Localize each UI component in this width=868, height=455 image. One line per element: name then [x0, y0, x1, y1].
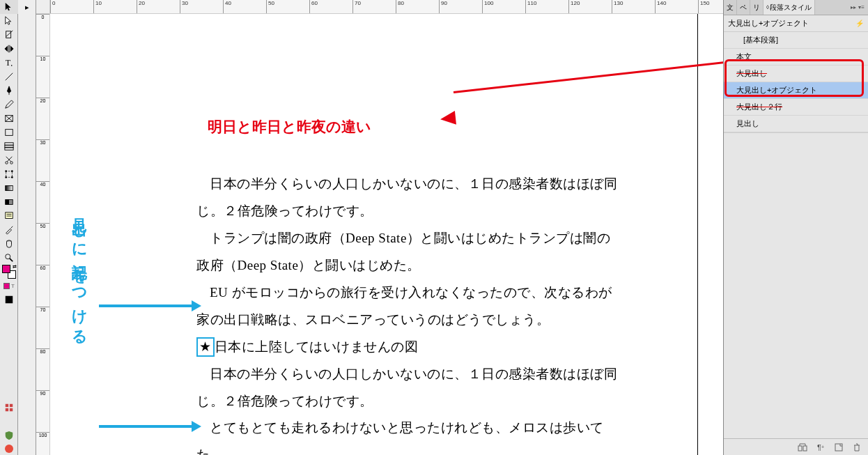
svg-rect-25: [6, 404, 8, 407]
svg-rect-8: [5, 143, 13, 146]
paragraph-style-item[interactable]: 大見出し２行: [724, 99, 868, 116]
panel-current-style-indicator: 大見出し+オブジェクト ⚡: [724, 15, 868, 32]
fill-stroke-toggle[interactable]: ⇄: [0, 265, 18, 279]
svg-rect-13: [6, 171, 13, 178]
body-paragraph[interactable]: EU がモロッコからの旅行を受け入れなくなったので、次なるわが家の出口戦略は、ス…: [196, 279, 621, 334]
ruler-h-tick: 50: [266, 0, 274, 13]
svg-rect-10: [5, 148, 13, 151]
svg-point-11: [6, 162, 8, 164]
ruler-h-tick: 150: [698, 0, 709, 13]
annotation-blue-vertical-text: 見出しに記号をつける: [69, 206, 90, 339]
ruler-horizontal[interactable]: 0102030405060708090100110120130140150: [36, 0, 723, 14]
type-tool[interactable]: T▸: [0, 56, 18, 70]
scissors-tool[interactable]: [0, 153, 18, 167]
ruler-h-tick: 90: [439, 0, 447, 13]
toolbox-main: T▸ ⇄ T: [0, 0, 18, 455]
grid-icon[interactable]: [0, 401, 18, 415]
free-transform-tool[interactable]: [0, 167, 18, 181]
ruler-h-tick: 110: [525, 0, 536, 13]
ruler-h-tick: 70: [352, 0, 361, 13]
ruler-h-tick: 20: [137, 0, 145, 13]
line-tool[interactable]: [0, 70, 18, 84]
gap-tool[interactable]: [0, 42, 18, 56]
page-viewport[interactable]: 見出しに記号をつける 明日と昨日と昨夜の違い 日本の半分くらいの人口しかいないの…: [50, 14, 723, 455]
ruler-origin[interactable]: [36, 0, 50, 14]
star-heading[interactable]: ★日本に上陸してはいけませんの図: [196, 334, 621, 361]
star-marker-box: ★: [196, 337, 215, 357]
pen-tool[interactable]: [0, 84, 18, 98]
ruler-v-tick: 40: [36, 181, 49, 187]
panel-menu-icon[interactable]: ▾≡: [858, 4, 865, 10]
panel-tab-pages[interactable]: ペ: [737, 0, 750, 15]
selection-tool[interactable]: [0, 0, 18, 14]
rectangle-tool[interactable]: [0, 125, 18, 139]
body-paragraph[interactable]: 日本の半分くらいの人口しかいないのに、１日の感染者数はほぼ同じ。２倍危険ってわけ…: [196, 171, 621, 225]
ruler-vertical[interactable]: 0102030405060708090100110: [36, 14, 50, 455]
svg-point-17: [11, 176, 13, 178]
ruler-h-tick: 140: [655, 0, 666, 13]
ruler-v-tick: 20: [36, 98, 49, 103]
paragraph-style-item[interactable]: [基本段落]: [724, 32, 868, 49]
ruler-v-tick: 100: [36, 432, 49, 438]
svg-rect-7: [6, 130, 13, 136]
direct-selection-tool[interactable]: [0, 14, 18, 28]
quick-apply-icon[interactable]: ⚡: [855, 20, 864, 27]
ruler-v-tick: 90: [36, 390, 49, 396]
aux-arrow-1[interactable]: ▸: [18, 0, 36, 14]
status-indicator[interactable]: [0, 442, 18, 455]
paragraph-style-item[interactable]: 見出し: [724, 116, 868, 132]
view-mode-normal[interactable]: [0, 293, 18, 307]
svg-text:T: T: [6, 58, 11, 68]
svg-rect-24: [6, 296, 13, 304]
document-heading[interactable]: 明日と昨日と昨夜の違い: [208, 111, 621, 141]
ruler-v-tick: 0: [36, 14, 49, 20]
panel-collapse-left[interactable]: ▸▸: [850, 4, 857, 10]
panel-tab-bar: 文 ペ リ ◊段落スタイル ▸▸ ▾≡: [724, 0, 868, 15]
delete-style-icon[interactable]: [851, 442, 862, 453]
paragraph-style-item[interactable]: 大見出し+オブジェクト: [724, 82, 868, 99]
ruler-v-tick: 50: [36, 223, 49, 229]
svg-line-3: [6, 73, 13, 81]
panel-tab-paragraph-styles[interactable]: ◊段落スタイル: [764, 0, 815, 15]
svg-rect-28: [10, 408, 13, 411]
new-style-icon[interactable]: [833, 442, 844, 453]
canvas-area: 0102030405060708090100110120130140150 01…: [36, 0, 723, 455]
panel-tab-text[interactable]: 文: [724, 0, 737, 15]
rectangle-frame-tool[interactable]: [0, 111, 18, 125]
annotation-blue-arrow-1: [99, 304, 193, 307]
ruler-h-tick: 40: [223, 0, 231, 13]
ruler-h-tick: 80: [396, 0, 404, 13]
ruler-v-tick: 70: [36, 307, 49, 312]
current-style-label: 大見出し+オブジェクト: [728, 18, 809, 29]
ruler-h-tick: 10: [93, 0, 102, 13]
fill-mode-row[interactable]: T: [0, 279, 18, 293]
svg-rect-20: [6, 200, 9, 205]
document-text-frame[interactable]: 明日と昨日と昨夜の違い 日本の半分くらいの人口しかいないのに、１日の感染者数はほ…: [196, 111, 621, 455]
panel-empty-area: [724, 132, 868, 438]
gradient-swatch-tool[interactable]: [0, 181, 18, 195]
gradient-feather-tool[interactable]: [0, 195, 18, 209]
star-heading-text: 日本に上陸してはいけませんの図: [215, 339, 419, 354]
note-tool[interactable]: [0, 209, 18, 223]
panel-tab-links[interactable]: リ: [750, 0, 764, 15]
toolbox-aux: ▸: [18, 0, 36, 455]
paragraph-style-item[interactable]: 大見出し: [724, 65, 868, 82]
body-paragraph[interactable]: とてもとても走れるわけないと思ったけれども、メロスは歩いてた。: [196, 415, 621, 455]
body-paragraph[interactable]: トランプは闇の政府（Deep State）と闘いはじめたトランプは闇の政府（De…: [196, 225, 621, 279]
table-cell-tool[interactable]: [0, 139, 18, 153]
paragraph-style-item[interactable]: 本文: [724, 49, 868, 65]
zoom-tool[interactable]: [0, 251, 18, 265]
svg-text:▸: ▸: [11, 63, 13, 67]
group-styles-icon[interactable]: [797, 442, 808, 453]
shield-icon[interactable]: [0, 429, 18, 442]
eyedropper-tool[interactable]: [0, 223, 18, 237]
page-tool[interactable]: [0, 28, 18, 42]
clear-override-icon[interactable]: ¶+: [815, 442, 826, 453]
body-paragraph[interactable]: 日本の半分くらいの人口しかいないのに、１日の感染者数はほぼ同じ。２倍危険ってわけ…: [196, 361, 621, 415]
ruler-v-tick: 30: [36, 139, 49, 145]
pencil-tool[interactable]: [0, 98, 18, 111]
ruler-h-tick: 100: [482, 0, 493, 13]
svg-rect-30: [803, 446, 807, 451]
svg-rect-18: [6, 186, 13, 191]
hand-tool[interactable]: [0, 237, 18, 251]
